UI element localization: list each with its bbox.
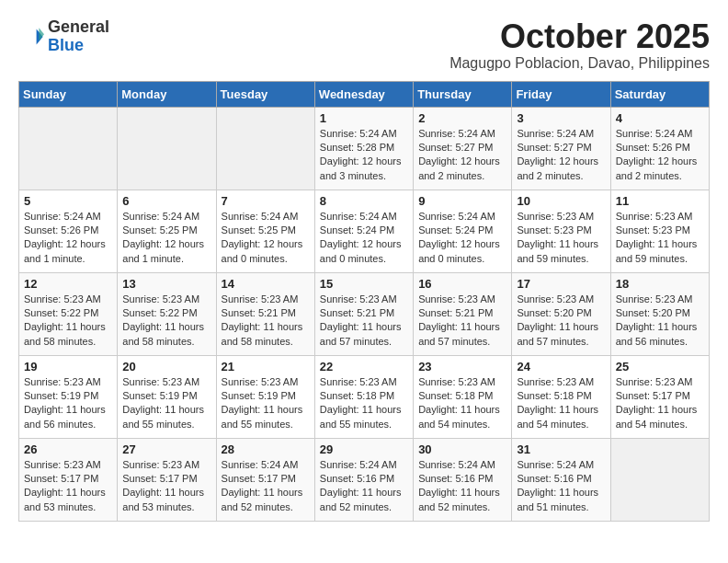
column-header-tuesday: Tuesday	[216, 81, 314, 107]
header-row: SundayMondayTuesdayWednesdayThursdayFrid…	[19, 81, 710, 107]
calendar-cell: 22Sunrise: 5:23 AMSunset: 5:18 PMDayligh…	[314, 355, 413, 438]
calendar-cell: 19Sunrise: 5:23 AMSunset: 5:19 PMDayligh…	[19, 355, 118, 438]
column-header-monday: Monday	[118, 81, 216, 107]
day-info: Sunrise: 5:23 AMSunset: 5:19 PMDaylight:…	[222, 375, 310, 432]
day-number: 1	[320, 111, 408, 125]
calendar-cell: 27Sunrise: 5:23 AMSunset: 5:17 PMDayligh…	[118, 438, 216, 521]
day-number: 17	[517, 277, 605, 291]
day-info: Sunrise: 5:23 AMSunset: 5:23 PMDaylight:…	[517, 210, 605, 267]
week-row-2: 5Sunrise: 5:24 AMSunset: 5:26 PMDaylight…	[19, 190, 710, 272]
week-row-3: 12Sunrise: 5:23 AMSunset: 5:22 PMDayligh…	[19, 272, 710, 355]
day-info: Sunrise: 5:24 AMSunset: 5:16 PMDaylight:…	[517, 458, 605, 515]
calendar-cell: 26Sunrise: 5:23 AMSunset: 5:17 PMDayligh…	[19, 438, 118, 521]
calendar-cell: 4Sunrise: 5:24 AMSunset: 5:26 PMDaylight…	[610, 107, 709, 190]
day-info: Sunrise: 5:24 AMSunset: 5:17 PMDaylight:…	[222, 458, 310, 515]
calendar-cell: 13Sunrise: 5:23 AMSunset: 5:22 PMDayligh…	[118, 272, 216, 355]
day-info: Sunrise: 5:23 AMSunset: 5:17 PMDaylight:…	[24, 458, 112, 515]
day-number: 18	[616, 277, 704, 291]
week-row-4: 19Sunrise: 5:23 AMSunset: 5:19 PMDayligh…	[19, 355, 710, 438]
day-number: 4	[616, 111, 704, 125]
day-info: Sunrise: 5:23 AMSunset: 5:17 PMDaylight:…	[616, 375, 704, 432]
day-number: 21	[222, 360, 310, 373]
logo-icon	[18, 24, 44, 50]
day-info: Sunrise: 5:23 AMSunset: 5:19 PMDaylight:…	[122, 375, 210, 432]
calendar-cell: 10Sunrise: 5:23 AMSunset: 5:23 PMDayligh…	[512, 190, 610, 272]
day-number: 27	[122, 442, 210, 456]
calendar-cell: 17Sunrise: 5:23 AMSunset: 5:20 PMDayligh…	[512, 272, 610, 355]
subtitle: Magugpo Poblacion, Davao, Philippines	[449, 55, 710, 72]
title-block: October 2025 Magugpo Poblacion, Davao, P…	[449, 18, 710, 72]
day-info: Sunrise: 5:24 AMSunset: 5:25 PMDaylight:…	[222, 210, 310, 267]
column-header-thursday: Thursday	[414, 81, 512, 107]
day-info: Sunrise: 5:24 AMSunset: 5:25 PMDaylight:…	[122, 210, 210, 267]
day-info: Sunrise: 5:23 AMSunset: 5:21 PMDaylight:…	[222, 293, 310, 350]
calendar-cell: 16Sunrise: 5:23 AMSunset: 5:21 PMDayligh…	[414, 272, 512, 355]
logo-text: General Blue	[48, 18, 109, 55]
day-info: Sunrise: 5:23 AMSunset: 5:20 PMDaylight:…	[517, 293, 605, 350]
column-header-saturday: Saturday	[610, 81, 709, 107]
calendar-cell: 5Sunrise: 5:24 AMSunset: 5:26 PMDaylight…	[19, 190, 118, 272]
day-number: 30	[418, 442, 506, 456]
day-number: 7	[222, 194, 310, 208]
day-number: 29	[320, 442, 408, 456]
day-number: 9	[418, 194, 506, 208]
day-info: Sunrise: 5:24 AMSunset: 5:16 PMDaylight:…	[320, 458, 408, 515]
month-title: October 2025	[449, 18, 710, 55]
svg-marker-1	[39, 28, 44, 40]
calendar-cell: 9Sunrise: 5:24 AMSunset: 5:24 PMDaylight…	[414, 190, 512, 272]
day-info: Sunrise: 5:23 AMSunset: 5:17 PMDaylight:…	[122, 458, 210, 515]
calendar-cell: 7Sunrise: 5:24 AMSunset: 5:25 PMDaylight…	[216, 190, 314, 272]
calendar-cell: 14Sunrise: 5:23 AMSunset: 5:21 PMDayligh…	[216, 272, 314, 355]
column-header-wednesday: Wednesday	[314, 81, 413, 107]
day-number: 8	[320, 194, 408, 208]
day-number: 5	[24, 194, 112, 208]
day-number: 23	[418, 360, 506, 373]
day-number: 10	[517, 194, 605, 208]
day-info: Sunrise: 5:23 AMSunset: 5:18 PMDaylight:…	[320, 375, 408, 432]
calendar-cell: 8Sunrise: 5:24 AMSunset: 5:24 PMDaylight…	[314, 190, 413, 272]
calendar-cell: 12Sunrise: 5:23 AMSunset: 5:22 PMDayligh…	[19, 272, 118, 355]
calendar-cell: 2Sunrise: 5:24 AMSunset: 5:27 PMDaylight…	[414, 107, 512, 190]
calendar-cell: 1Sunrise: 5:24 AMSunset: 5:28 PMDaylight…	[314, 107, 413, 190]
calendar-cell: 30Sunrise: 5:24 AMSunset: 5:16 PMDayligh…	[414, 438, 512, 521]
day-number: 20	[122, 360, 210, 373]
day-number: 2	[418, 111, 506, 125]
day-info: Sunrise: 5:23 AMSunset: 5:18 PMDaylight:…	[517, 375, 605, 432]
day-info: Sunrise: 5:24 AMSunset: 5:27 PMDaylight:…	[517, 127, 605, 184]
day-info: Sunrise: 5:24 AMSunset: 5:27 PMDaylight:…	[418, 127, 506, 184]
calendar-table: SundayMondayTuesdayWednesdayThursdayFrid…	[18, 81, 710, 522]
calendar-cell: 21Sunrise: 5:23 AMSunset: 5:19 PMDayligh…	[216, 355, 314, 438]
calendar-cell: 25Sunrise: 5:23 AMSunset: 5:17 PMDayligh…	[610, 355, 709, 438]
day-number: 26	[24, 442, 112, 456]
column-header-sunday: Sunday	[19, 81, 118, 107]
week-row-1: 1Sunrise: 5:24 AMSunset: 5:28 PMDaylight…	[19, 107, 710, 190]
day-number: 12	[24, 277, 112, 291]
day-number: 14	[222, 277, 310, 291]
day-info: Sunrise: 5:23 AMSunset: 5:23 PMDaylight:…	[616, 210, 704, 267]
calendar-cell	[610, 438, 709, 521]
calendar-cell	[216, 107, 314, 190]
day-info: Sunrise: 5:24 AMSunset: 5:16 PMDaylight:…	[418, 458, 506, 515]
calendar-cell: 20Sunrise: 5:23 AMSunset: 5:19 PMDayligh…	[118, 355, 216, 438]
calendar-cell: 11Sunrise: 5:23 AMSunset: 5:23 PMDayligh…	[610, 190, 709, 272]
day-number: 3	[517, 111, 605, 125]
logo: General Blue	[18, 18, 109, 55]
day-number: 24	[517, 360, 605, 373]
calendar-cell: 23Sunrise: 5:23 AMSunset: 5:18 PMDayligh…	[414, 355, 512, 438]
calendar-cell: 28Sunrise: 5:24 AMSunset: 5:17 PMDayligh…	[216, 438, 314, 521]
day-info: Sunrise: 5:23 AMSunset: 5:21 PMDaylight:…	[418, 293, 506, 350]
calendar-cell: 18Sunrise: 5:23 AMSunset: 5:20 PMDayligh…	[610, 272, 709, 355]
column-header-friday: Friday	[512, 81, 610, 107]
calendar-cell: 15Sunrise: 5:23 AMSunset: 5:21 PMDayligh…	[314, 272, 413, 355]
day-info: Sunrise: 5:24 AMSunset: 5:24 PMDaylight:…	[418, 210, 506, 267]
day-info: Sunrise: 5:23 AMSunset: 5:22 PMDaylight:…	[122, 293, 210, 350]
day-info: Sunrise: 5:23 AMSunset: 5:22 PMDaylight:…	[24, 293, 112, 350]
day-number: 19	[24, 360, 112, 373]
day-number: 11	[616, 194, 704, 208]
day-info: Sunrise: 5:24 AMSunset: 5:26 PMDaylight:…	[616, 127, 704, 184]
day-info: Sunrise: 5:23 AMSunset: 5:19 PMDaylight:…	[24, 375, 112, 432]
week-row-5: 26Sunrise: 5:23 AMSunset: 5:17 PMDayligh…	[19, 438, 710, 521]
day-number: 28	[222, 442, 310, 456]
day-number: 31	[517, 442, 605, 456]
header: General Blue October 2025 Magugpo Poblac…	[18, 18, 710, 72]
